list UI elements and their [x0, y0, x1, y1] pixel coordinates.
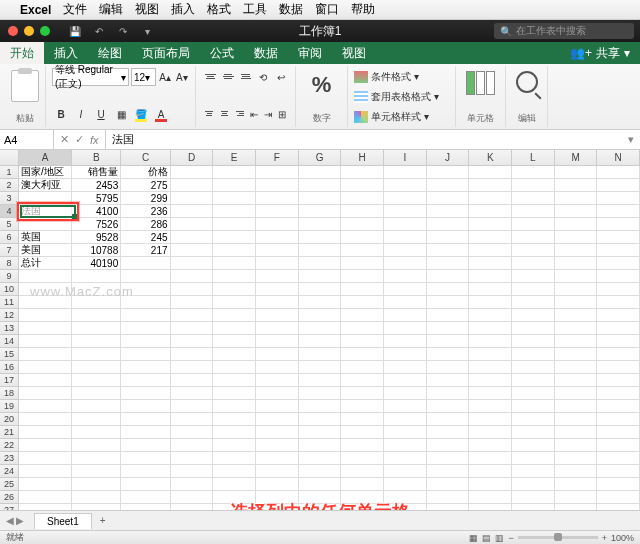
cell[interactable] [72, 400, 121, 413]
cell[interactable] [19, 270, 72, 283]
font-color-button[interactable]: A [152, 105, 170, 123]
cell[interactable] [121, 361, 170, 374]
cell[interactable]: 英国 [19, 231, 72, 244]
cell[interactable] [213, 309, 256, 322]
cell[interactable] [597, 244, 640, 257]
redo-icon[interactable]: ↷ [114, 23, 132, 39]
cell[interactable] [299, 231, 342, 244]
cell[interactable] [19, 322, 72, 335]
cell[interactable] [72, 270, 121, 283]
cell[interactable] [341, 244, 384, 257]
cell[interactable] [19, 439, 72, 452]
formula-input[interactable]: 法国 [106, 132, 622, 147]
zoom-window-button[interactable] [40, 26, 50, 36]
cell[interactable] [512, 335, 555, 348]
cell[interactable] [341, 413, 384, 426]
cell[interactable] [469, 452, 512, 465]
cell[interactable] [213, 179, 256, 192]
cell[interactable] [19, 426, 72, 439]
cell[interactable] [427, 166, 470, 179]
cell[interactable] [427, 231, 470, 244]
cell[interactable] [469, 270, 512, 283]
cell[interactable] [171, 244, 214, 257]
cell[interactable] [19, 387, 72, 400]
cell[interactable] [299, 387, 342, 400]
share-button[interactable]: 👥+ 共享 ▾ [560, 42, 640, 64]
column-header-L[interactable]: L [512, 150, 555, 165]
cell[interactable] [384, 374, 427, 387]
cell[interactable] [256, 270, 299, 283]
cell[interactable] [72, 361, 121, 374]
cell[interactable] [384, 335, 427, 348]
search-input[interactable]: 🔍 在工作表中搜索 [494, 23, 634, 39]
cell[interactable]: 9528 [72, 231, 121, 244]
cell[interactable] [555, 335, 598, 348]
expand-formula-bar-icon[interactable]: ▾ [622, 133, 640, 146]
cell[interactable] [121, 387, 170, 400]
cell[interactable] [512, 439, 555, 452]
cell[interactable] [555, 491, 598, 504]
cell[interactable] [384, 400, 427, 413]
cell[interactable]: 2453 [72, 179, 121, 192]
cell[interactable] [384, 309, 427, 322]
cell[interactable] [256, 309, 299, 322]
cell[interactable] [384, 452, 427, 465]
cell[interactable]: 7526 [72, 218, 121, 231]
cell[interactable] [427, 439, 470, 452]
cell[interactable] [19, 348, 72, 361]
cell[interactable] [19, 335, 72, 348]
cell[interactable] [512, 426, 555, 439]
cell[interactable] [171, 439, 214, 452]
cell[interactable]: 价格 [121, 166, 170, 179]
cell[interactable] [555, 244, 598, 257]
cell[interactable] [512, 491, 555, 504]
confirm-icon[interactable]: ✓ [75, 133, 84, 146]
cell[interactable] [171, 270, 214, 283]
cell[interactable] [213, 439, 256, 452]
row-header[interactable]: 5 [0, 218, 19, 231]
cell[interactable] [256, 231, 299, 244]
cell[interactable]: 销售量 [72, 166, 121, 179]
cell[interactable] [341, 309, 384, 322]
cell[interactable] [597, 348, 640, 361]
cell[interactable] [171, 218, 214, 231]
minimize-window-button[interactable] [24, 26, 34, 36]
cell[interactable] [469, 400, 512, 413]
cell[interactable] [555, 400, 598, 413]
cell[interactable] [121, 283, 170, 296]
cell[interactable] [299, 218, 342, 231]
cell[interactable] [121, 322, 170, 335]
column-header-F[interactable]: F [256, 150, 299, 165]
cell[interactable] [512, 231, 555, 244]
menu-help[interactable]: 帮助 [351, 1, 375, 18]
cell[interactable] [171, 426, 214, 439]
menu-format[interactable]: 格式 [207, 1, 231, 18]
row-header[interactable]: 1 [0, 166, 19, 179]
cell[interactable] [213, 335, 256, 348]
cell[interactable] [384, 257, 427, 270]
cell[interactable] [121, 309, 170, 322]
increase-font-button[interactable]: A▴ [158, 68, 173, 86]
cell[interactable] [469, 374, 512, 387]
align-middle-button[interactable] [220, 68, 237, 84]
cell[interactable] [384, 465, 427, 478]
cell[interactable] [597, 452, 640, 465]
cell[interactable]: 国家/地区 [19, 166, 72, 179]
cell[interactable] [256, 335, 299, 348]
cell[interactable] [341, 179, 384, 192]
cell[interactable] [469, 426, 512, 439]
cell[interactable] [72, 348, 121, 361]
cell[interactable] [512, 192, 555, 205]
tab-insert[interactable]: 插入 [44, 42, 88, 64]
cell[interactable] [256, 348, 299, 361]
cell[interactable] [72, 283, 121, 296]
cell[interactable] [256, 426, 299, 439]
cell[interactable] [427, 335, 470, 348]
cell[interactable]: 245 [121, 231, 170, 244]
cell[interactable] [597, 465, 640, 478]
cell[interactable] [213, 348, 256, 361]
cell[interactable] [299, 179, 342, 192]
align-top-button[interactable] [202, 68, 219, 84]
view-layout-icon[interactable]: ▤ [482, 533, 491, 543]
row-header[interactable]: 23 [0, 452, 19, 465]
